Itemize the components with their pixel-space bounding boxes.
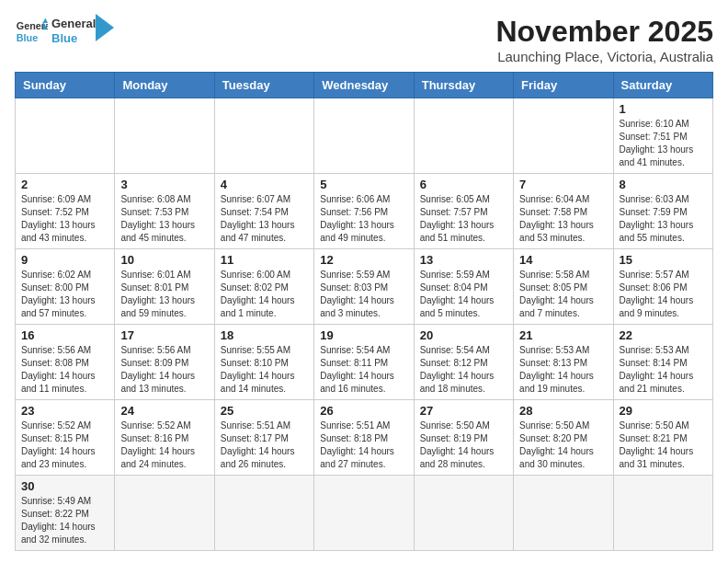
calendar-cell: 27Sunrise: 5:50 AM Sunset: 8:19 PM Dayli…	[414, 400, 513, 476]
calendar-cell: 6Sunrise: 6:05 AM Sunset: 7:57 PM Daylig…	[414, 174, 513, 249]
day-number: 5	[320, 178, 407, 191]
calendar-cell: 1Sunrise: 6:10 AM Sunset: 7:51 PM Daylig…	[613, 98, 712, 174]
calendar-cell: 17Sunrise: 5:56 AM Sunset: 8:09 PM Dayli…	[115, 325, 214, 400]
day-number: 6	[420, 178, 507, 191]
month-title: November 2025	[495, 15, 713, 49]
day-number: 23	[21, 404, 108, 418]
day-number: 28	[519, 404, 607, 418]
day-info: Sunrise: 6:07 AM Sunset: 7:54 PM Dayligh…	[221, 193, 308, 245]
day-info: Sunrise: 5:54 AM Sunset: 8:12 PM Dayligh…	[420, 344, 507, 396]
day-number: 2	[21, 178, 108, 191]
calendar-cell	[414, 98, 513, 174]
logo-icon: General Blue	[15, 15, 48, 48]
day-info: Sunrise: 5:50 AM Sunset: 8:21 PM Dayligh…	[620, 419, 707, 471]
weekday-header-tuesday: Tuesday	[214, 73, 313, 98]
calendar-cell: 18Sunrise: 5:55 AM Sunset: 8:10 PM Dayli…	[214, 325, 313, 400]
calendar-cell: 23Sunrise: 5:52 AM Sunset: 8:15 PM Dayli…	[16, 400, 115, 476]
calendar-cell	[214, 476, 313, 551]
weekday-header-friday: Friday	[514, 73, 613, 98]
calendar-cell: 7Sunrise: 6:04 AM Sunset: 7:58 PM Daylig…	[514, 174, 613, 249]
day-number: 24	[120, 404, 208, 418]
calendar-table: SundayMondayTuesdayWednesdayThursdayFrid…	[15, 72, 713, 551]
logo-triangle-icon	[96, 14, 114, 41]
day-number: 21	[519, 328, 607, 342]
day-info: Sunrise: 6:09 AM Sunset: 7:52 PM Dayligh…	[21, 193, 108, 245]
calendar-cell: 22Sunrise: 5:53 AM Sunset: 8:14 PM Dayli…	[613, 325, 712, 400]
calendar-cell: 14Sunrise: 5:58 AM Sunset: 8:05 PM Dayli…	[514, 249, 613, 325]
day-info: Sunrise: 5:59 AM Sunset: 8:03 PM Dayligh…	[320, 269, 407, 320]
calendar-cell: 28Sunrise: 5:50 AM Sunset: 8:20 PM Dayli…	[514, 400, 613, 476]
day-info: Sunrise: 5:56 AM Sunset: 8:08 PM Dayligh…	[21, 344, 108, 396]
day-info: Sunrise: 5:51 AM Sunset: 8:18 PM Dayligh…	[320, 419, 407, 471]
day-info: Sunrise: 5:57 AM Sunset: 8:06 PM Dayligh…	[620, 269, 707, 320]
calendar-cell	[514, 476, 613, 551]
calendar-week-row-6: 30Sunrise: 5:49 AM Sunset: 8:22 PM Dayli…	[16, 476, 713, 551]
weekday-header-saturday: Saturday	[613, 73, 712, 98]
location-subtitle: Launching Place, Victoria, Australia	[495, 49, 713, 64]
day-info: Sunrise: 5:54 AM Sunset: 8:11 PM Dayligh…	[320, 344, 407, 396]
page-header: General Blue General Blue November 2025 …	[15, 15, 713, 64]
calendar-cell: 2Sunrise: 6:09 AM Sunset: 7:52 PM Daylig…	[16, 174, 115, 249]
day-number: 15	[620, 253, 707, 267]
calendar-cell	[115, 98, 214, 174]
calendar-cell: 8Sunrise: 6:03 AM Sunset: 7:59 PM Daylig…	[613, 174, 712, 249]
calendar-cell: 29Sunrise: 5:50 AM Sunset: 8:21 PM Dayli…	[613, 400, 712, 476]
calendar-cell: 11Sunrise: 6:00 AM Sunset: 8:02 PM Dayli…	[214, 249, 313, 325]
day-number: 18	[221, 328, 308, 342]
day-number: 7	[519, 178, 607, 191]
calendar-cell: 13Sunrise: 5:59 AM Sunset: 8:04 PM Dayli…	[414, 249, 513, 325]
calendar-cell	[613, 476, 712, 551]
day-info: Sunrise: 5:58 AM Sunset: 8:05 PM Dayligh…	[519, 269, 607, 320]
logo-area: General Blue General Blue	[15, 15, 114, 48]
day-number: 14	[519, 253, 607, 267]
day-info: Sunrise: 5:52 AM Sunset: 8:15 PM Dayligh…	[21, 419, 108, 471]
day-info: Sunrise: 5:52 AM Sunset: 8:16 PM Dayligh…	[120, 419, 208, 471]
day-number: 8	[620, 178, 707, 191]
calendar-cell	[314, 98, 414, 174]
weekday-header-wednesday: Wednesday	[314, 73, 414, 98]
day-info: Sunrise: 6:04 AM Sunset: 7:58 PM Dayligh…	[519, 193, 607, 245]
day-number: 3	[120, 178, 208, 191]
day-info: Sunrise: 5:55 AM Sunset: 8:10 PM Dayligh…	[221, 344, 308, 396]
weekday-header-thursday: Thursday	[414, 73, 513, 98]
day-number: 16	[21, 328, 108, 342]
calendar-cell: 19Sunrise: 5:54 AM Sunset: 8:11 PM Dayli…	[314, 325, 414, 400]
day-info: Sunrise: 5:51 AM Sunset: 8:17 PM Dayligh…	[221, 419, 308, 471]
calendar-cell: 10Sunrise: 6:01 AM Sunset: 8:01 PM Dayli…	[115, 249, 214, 325]
calendar-week-row-4: 16Sunrise: 5:56 AM Sunset: 8:08 PM Dayli…	[16, 325, 713, 400]
day-number: 4	[221, 178, 308, 191]
calendar-cell: 24Sunrise: 5:52 AM Sunset: 8:16 PM Dayli…	[115, 400, 214, 476]
calendar-week-row-1: 1Sunrise: 6:10 AM Sunset: 7:51 PM Daylig…	[16, 98, 713, 174]
day-number: 11	[221, 253, 308, 267]
day-info: Sunrise: 5:53 AM Sunset: 8:14 PM Dayligh…	[620, 344, 707, 396]
calendar-cell: 30Sunrise: 5:49 AM Sunset: 8:22 PM Dayli…	[16, 476, 115, 551]
calendar-cell	[514, 98, 613, 174]
calendar-cell: 21Sunrise: 5:53 AM Sunset: 8:13 PM Dayli…	[514, 325, 613, 400]
day-info: Sunrise: 5:56 AM Sunset: 8:09 PM Dayligh…	[120, 344, 208, 396]
calendar-week-row-2: 2Sunrise: 6:09 AM Sunset: 7:52 PM Daylig…	[16, 174, 713, 249]
day-info: Sunrise: 6:06 AM Sunset: 7:56 PM Dayligh…	[320, 193, 407, 245]
day-number: 9	[21, 253, 108, 267]
day-info: Sunrise: 6:03 AM Sunset: 7:59 PM Dayligh…	[620, 193, 707, 245]
calendar-cell	[115, 476, 214, 551]
calendar-cell: 4Sunrise: 6:07 AM Sunset: 7:54 PM Daylig…	[214, 174, 313, 249]
svg-text:Blue: Blue	[17, 32, 38, 43]
calendar-cell	[16, 98, 115, 174]
day-info: Sunrise: 6:08 AM Sunset: 7:53 PM Dayligh…	[120, 193, 208, 245]
day-info: Sunrise: 6:01 AM Sunset: 8:01 PM Dayligh…	[120, 269, 208, 320]
day-info: Sunrise: 5:50 AM Sunset: 8:20 PM Dayligh…	[519, 419, 607, 471]
day-number: 10	[120, 253, 208, 267]
day-number: 13	[420, 253, 507, 267]
day-info: Sunrise: 6:00 AM Sunset: 8:02 PM Dayligh…	[221, 269, 308, 320]
day-number: 29	[620, 404, 707, 418]
day-number: 20	[420, 328, 507, 342]
logo-blue: Blue	[51, 31, 96, 46]
calendar-week-row-3: 9Sunrise: 6:02 AM Sunset: 8:00 PM Daylig…	[16, 249, 713, 325]
day-info: Sunrise: 5:59 AM Sunset: 8:04 PM Dayligh…	[420, 269, 507, 320]
day-number: 17	[120, 328, 208, 342]
calendar-cell	[414, 476, 513, 551]
title-area: November 2025 Launching Place, Victoria,…	[495, 15, 713, 64]
day-info: Sunrise: 6:05 AM Sunset: 7:57 PM Dayligh…	[420, 193, 507, 245]
day-number: 25	[221, 404, 308, 418]
calendar-cell	[214, 98, 313, 174]
